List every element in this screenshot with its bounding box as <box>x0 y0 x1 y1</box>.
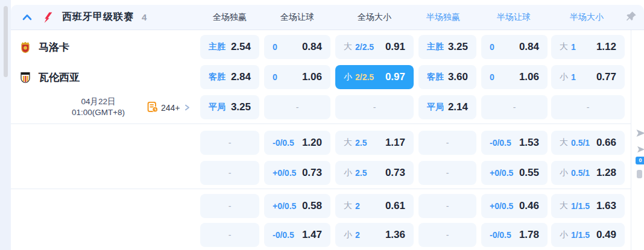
odds-value: 0.61 <box>385 200 405 212</box>
over-under-line: 2 <box>355 201 360 211</box>
handicap-label: -0/0.5 <box>490 138 511 148</box>
match-meta-row: 04月22日 01:00(GMT+8) 244+ <box>11 95 200 119</box>
empty-odds-placeholder: - <box>229 230 232 240</box>
odds-cell-result[interactable]: 平局3.25 <box>200 95 259 119</box>
odds-cell-over-under[interactable]: 小2.50.73 <box>335 161 414 185</box>
odds-cell-over-under[interactable]: 小1/1.50.49 <box>551 223 625 247</box>
odds-cell-handicap[interactable]: 01.06 <box>481 65 548 89</box>
over-under-line: 2 <box>355 230 360 240</box>
away-team-name: 瓦伦西亚 <box>39 70 80 84</box>
column-header-half-handicap: 半场让球 <box>497 12 531 23</box>
float-blue-badge[interactable]: 0 <box>636 157 644 164</box>
float-send-icon[interactable] <box>636 129 644 140</box>
scrollbar-thumb[interactable] <box>4 6 8 77</box>
over-under-line: 1/1.5 <box>571 201 590 211</box>
odds-value: 1.06 <box>302 71 322 83</box>
column-header-half-1x2: 半场独赢 <box>426 12 460 23</box>
odds-cell-handicap[interactable]: -0/0.51.53 <box>481 131 548 155</box>
empty-odds-placeholder: - <box>513 102 516 112</box>
more-markets-count: 244+ <box>161 102 180 112</box>
odds-value: 0.97 <box>385 71 405 83</box>
odds-cell-handicap[interactable]: 00.84 <box>481 35 548 59</box>
markets-sheet-icon <box>147 102 159 113</box>
odds-value: 1.17 <box>385 137 405 149</box>
group-divider <box>11 123 631 124</box>
page-scrollbar-track[interactable] <box>0 0 11 250</box>
more-markets-link[interactable]: 244+ <box>147 102 191 113</box>
column-header-full-handicap: 全场让球 <box>280 12 314 23</box>
result-label: 客胜 <box>427 72 444 83</box>
odds-cell-over-under[interactable]: 大2.51.17 <box>335 131 414 155</box>
odds-value: 0.91 <box>385 41 405 53</box>
odds-value: 3.60 <box>448 71 468 83</box>
odds-value: 0.73 <box>302 167 322 179</box>
empty-odds-placeholder: - <box>446 138 449 148</box>
odds-cell-empty[interactable]: - <box>200 161 259 185</box>
odds-value: 0.55 <box>519 167 539 179</box>
odds-value: 2.84 <box>231 71 251 83</box>
odds-cell-over-under[interactable]: 小2/2.50.97 <box>335 65 414 89</box>
odds-cell-over-under[interactable]: 大1/1.51.63 <box>551 194 625 218</box>
odds-cell-empty[interactable]: - <box>335 95 414 119</box>
odds-cell-empty[interactable]: - <box>551 95 625 119</box>
odds-cell-handicap[interactable]: 01.06 <box>264 65 330 89</box>
over-under-line: 2.5 <box>355 138 367 148</box>
away-team-row[interactable]: 瓦伦西亚 <box>19 65 199 89</box>
match-date: 04月22日 <box>35 96 162 107</box>
odds-cell-empty[interactable]: - <box>200 194 259 218</box>
odds-cell-result[interactable]: 主胜2.54 <box>200 35 259 59</box>
odds-cell-empty[interactable]: - <box>200 131 259 155</box>
odds-cell-handicap[interactable]: +0/0.50.55 <box>481 161 548 185</box>
odds-cell-empty[interactable]: - <box>418 223 476 247</box>
odds-cell-handicap[interactable]: -0/0.51.78 <box>481 223 548 247</box>
over-under-line: 0.5/1 <box>571 168 590 178</box>
odds-cell-empty[interactable]: - <box>481 95 548 119</box>
odds-value: 1.47 <box>302 229 322 241</box>
odds-cell-over-under[interactable]: 小0.5/11.28 <box>551 161 625 185</box>
handicap-label: -0/0.5 <box>273 230 294 240</box>
over-under-side-label: 大 <box>560 137 568 148</box>
handicap-label: +0/0.5 <box>273 168 296 178</box>
odds-cell-over-under[interactable]: 大11.12 <box>551 35 625 59</box>
empty-odds-placeholder: - <box>229 168 232 178</box>
odds-cell-over-under[interactable]: 小10.77 <box>551 65 625 89</box>
odds-cell-handicap[interactable]: -0/0.51.20 <box>264 131 330 155</box>
float-drag-handle[interactable] <box>637 170 642 178</box>
pin-icon[interactable] <box>625 10 637 25</box>
odds-cell-handicap[interactable]: +0/0.50.58 <box>264 194 330 218</box>
odds-cell-result[interactable]: 客胜3.60 <box>418 65 476 89</box>
odds-cell-handicap[interactable]: +0/0.50.73 <box>264 161 330 185</box>
odds-cell-result[interactable]: 平局2.14 <box>418 95 476 119</box>
odds-cell-over-under[interactable]: 小21.36 <box>335 223 414 247</box>
odds-cell-empty[interactable]: - <box>200 223 259 247</box>
odds-value: 0.84 <box>519 41 539 53</box>
odds-cell-result[interactable]: 客胜2.84 <box>200 65 259 89</box>
odds-cell-over-under[interactable]: 大0.5/10.66 <box>551 131 625 155</box>
float-cursor-icon[interactable] <box>637 145 644 155</box>
odds-cell-over-under[interactable]: 大20.61 <box>335 194 414 218</box>
home-team-row[interactable]: 马洛卡 <box>19 35 199 59</box>
odds-cell-result[interactable]: 主胜3.25 <box>418 35 476 59</box>
odds-cell-empty[interactable]: - <box>264 95 330 119</box>
odds-cell-over-under[interactable]: 大2/2.50.91 <box>335 35 414 59</box>
empty-odds-placeholder: - <box>446 230 449 240</box>
odds-cell-handicap[interactable]: 00.84 <box>264 35 330 59</box>
over-under-side-label: 大 <box>344 137 352 148</box>
odds-cell-empty[interactable]: - <box>418 194 476 218</box>
odds-cell-handicap[interactable]: +0/0.50.46 <box>481 194 548 218</box>
column-header-full-1x2: 全场独赢 <box>213 12 247 23</box>
match-time: 01:00(GMT+8) <box>35 107 162 118</box>
odds-cell-empty[interactable]: - <box>418 131 476 155</box>
odds-value: 0.73 <box>385 167 405 179</box>
league-logo-icon <box>42 11 54 24</box>
odds-value: 3.25 <box>448 41 468 53</box>
odds-value: 2.54 <box>231 41 251 53</box>
over-under-line: 2/2.5 <box>355 72 374 82</box>
right-panel-divider <box>631 30 631 250</box>
collapse-chevron-up-icon[interactable] <box>21 11 34 24</box>
odds-value: 0.77 <box>596 71 616 83</box>
handicap-label: +0/0.5 <box>490 168 513 178</box>
odds-cell-handicap[interactable]: -0/0.51.47 <box>264 223 330 247</box>
over-under-side-label: 小 <box>560 230 568 240</box>
odds-cell-empty[interactable]: - <box>418 161 476 185</box>
